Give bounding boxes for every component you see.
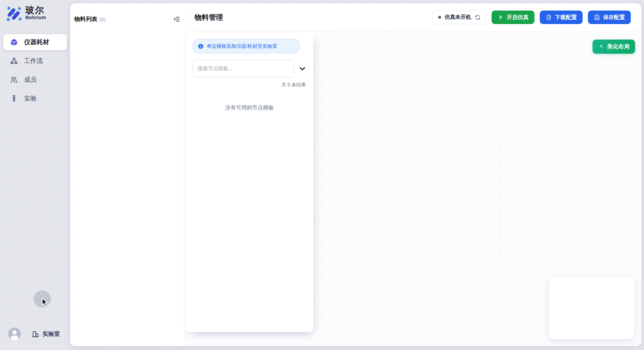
brand-subtitle: Bohrium	[25, 15, 46, 20]
sidebar-footer: 实验室	[8, 328, 60, 340]
start-simulation-label: 开启仿真	[507, 14, 529, 21]
save-config-button[interactable]: 保存配置	[588, 11, 631, 24]
play-icon	[498, 14, 504, 20]
canvas-guide-horizontal	[313, 218, 509, 219]
beautify-layout-label: 美化布局	[607, 43, 629, 50]
brand-name: 玻尔	[25, 6, 46, 15]
template-search-input[interactable]	[193, 60, 294, 77]
material-list-panel: 物料列表 (0)	[70, 3, 185, 346]
lab-label: 实验室	[43, 330, 60, 338]
header-actions: 仿真未开机 开启仿真	[433, 11, 631, 24]
material-list-header: 物料列表 (0)	[70, 3, 185, 23]
page-title: 物料管理	[195, 13, 223, 22]
sidebar-item-experiment[interactable]: 实验	[3, 91, 67, 106]
canvas-guide-vertical	[500, 143, 500, 262]
cube-icon	[10, 38, 18, 46]
workflow-icon	[10, 57, 18, 65]
refresh-icon[interactable]	[475, 15, 481, 20]
sidebar-item-members[interactable]: 成员	[3, 72, 67, 88]
sidebar-item-label: 实验	[24, 94, 37, 103]
avatar[interactable]	[8, 328, 21, 340]
sidebar-item-workflow[interactable]: 工作流	[3, 53, 67, 69]
sidebar-item-label: 工作流	[24, 57, 43, 65]
page-header: 物料管理 仿真未开机	[185, 3, 641, 32]
simulation-status-pill[interactable]: 仿真未开机	[433, 11, 486, 24]
hint-banner: 单击模板添加仪器/耗材至实验室	[193, 39, 300, 53]
person-icon	[8, 328, 21, 340]
material-list-count: (0)	[100, 16, 106, 22]
bohrium-logo-icon	[5, 5, 22, 21]
app-root: 玻尔 Bohrium 仪器耗材 工作流	[0, 0, 644, 350]
canvas-guide-short	[386, 125, 436, 126]
empty-state-text: 没有可用的节点模板	[193, 104, 306, 111]
node-template-panel: 单击模板添加仪器/耗材至实验室 共 0 条结果 没有可用的节点模板	[185, 32, 313, 332]
template-search-row	[193, 60, 306, 77]
beautify-layout-button[interactable]: 美化布局	[593, 40, 635, 54]
search-result-count: 共 0 条结果	[193, 82, 306, 88]
material-list-title: 物料列表	[74, 15, 97, 23]
brand-logo: 玻尔 Bohrium	[5, 5, 46, 21]
start-simulation-button[interactable]: 开启仿真	[492, 11, 534, 24]
sidebar-nav: 仪器耗材 工作流 成员	[3, 34, 67, 106]
save-icon	[594, 14, 600, 20]
mouse-cursor	[39, 297, 49, 307]
sidebar-item-label: 成员	[24, 75, 37, 84]
download-config-button[interactable]: 下载配置	[540, 11, 583, 24]
collapse-panel-icon[interactable]	[173, 15, 180, 23]
lab-switcher[interactable]: 实验室	[31, 330, 60, 338]
save-config-label: 保存配置	[603, 14, 625, 21]
file-download-icon	[546, 14, 552, 20]
hint-banner-text: 单击模板添加仪器/耗材至实验室	[207, 43, 277, 49]
building-icon	[31, 330, 40, 338]
members-icon	[10, 76, 18, 84]
info-icon	[198, 44, 204, 49]
chevron-down-icon[interactable]	[299, 65, 306, 73]
main-area: 物料管理 仿真未开机	[185, 3, 641, 346]
content-card: 物料列表 (0) 物料管理 仿真未开机	[70, 3, 641, 346]
status-dot-icon	[438, 16, 441, 19]
experiment-icon	[10, 95, 18, 103]
minimap-panel[interactable]	[549, 276, 635, 339]
sparkles-icon	[598, 44, 604, 50]
download-config-label: 下载配置	[555, 14, 577, 21]
sidebar-item-label: 仪器耗材	[24, 38, 49, 46]
status-label: 仿真未开机	[445, 14, 471, 21]
layout-canvas[interactable]: 单击模板添加仪器/耗材至实验室 共 0 条结果 没有可用的节点模板	[185, 32, 641, 346]
sidebar-item-instruments[interactable]: 仪器耗材	[3, 34, 67, 50]
